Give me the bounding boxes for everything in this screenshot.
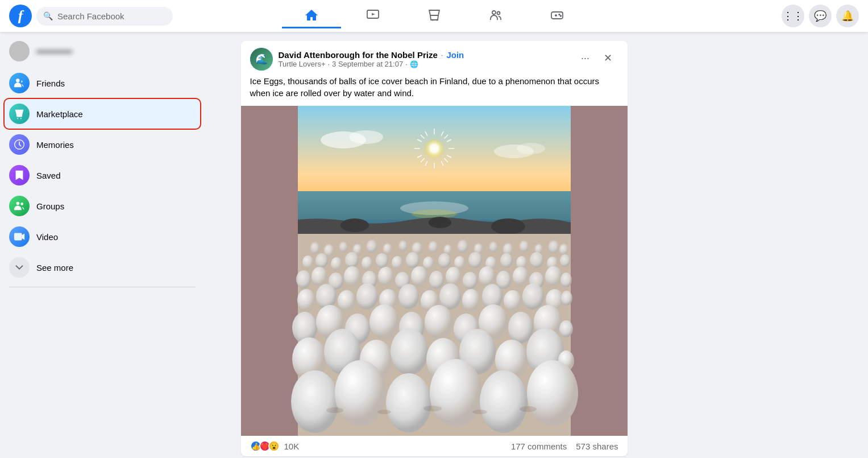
post-subtitle: Turtle Lovers+ · 3 September at 21:07 · …	[279, 60, 464, 68]
sidebar-item-memories[interactable]: Memories	[5, 130, 200, 159]
svg-point-55	[367, 240, 377, 253]
search-placeholder-text: Search Facebook	[57, 11, 124, 21]
svg-point-73	[362, 257, 373, 270]
svg-point-13	[20, 118, 22, 119]
svg-point-15	[16, 202, 20, 205]
svg-point-10	[560, 15, 561, 16]
notifications-icon-btn[interactable]: 🔔	[836, 5, 859, 27]
sidebar-label-video: Video	[36, 232, 58, 242]
left-sidebar: •••••••••••• Friends	[0, 32, 205, 458]
svg-point-128	[559, 320, 573, 337]
svg-point-71	[331, 257, 342, 271]
svg-point-49	[491, 218, 525, 234]
groups-icon	[9, 196, 30, 216]
nav-left: f 🔍 Search Facebook	[9, 5, 214, 27]
post-menu-button[interactable]: ···	[575, 48, 596, 68]
svg-point-77	[423, 257, 434, 270]
profile-name: ••••••••••••	[36, 47, 72, 56]
tab-home[interactable]	[282, 4, 341, 28]
svg-point-4	[492, 11, 496, 14]
subtitle-dot2: ·	[405, 60, 408, 68]
post-join-link[interactable]: Join	[446, 50, 464, 60]
svg-point-148	[520, 406, 537, 412]
svg-point-48	[429, 217, 451, 228]
svg-point-98	[479, 266, 496, 287]
sidebar-label-see-more: See more	[36, 263, 73, 273]
svg-point-138	[291, 370, 339, 433]
facebook-logo[interactable]: f	[9, 5, 32, 27]
svg-point-72	[345, 252, 359, 268]
svg-point-82	[500, 253, 513, 268]
svg-point-90	[344, 266, 361, 287]
svg-point-86	[560, 254, 570, 267]
top-navigation: f 🔍 Search Facebook	[0, 0, 868, 32]
svg-point-59	[429, 241, 438, 253]
svg-point-94	[411, 266, 428, 287]
sidebar-item-marketplace[interactable]: Marketplace	[5, 99, 200, 129]
sidebar-label-memories: Memories	[36, 140, 74, 150]
sidebar-label-saved: Saved	[36, 171, 61, 180]
svg-point-68	[559, 244, 568, 255]
post-close-button[interactable]: ✕	[598, 48, 618, 68]
sidebar-item-groups[interactable]: Groups	[5, 191, 200, 221]
sidebar-label-groups: Groups	[36, 201, 64, 211]
reaction-emojis: 👍 ❤️ 😮	[250, 440, 280, 452]
svg-point-96	[446, 267, 462, 286]
post-reactions: 👍 ❤️ 😮 10K	[250, 440, 300, 452]
menu-icon-btn[interactable]: ⋮⋮	[782, 5, 804, 27]
saved-icon	[9, 165, 30, 185]
post-header-right: ··· ✕	[575, 48, 618, 68]
svg-point-27	[424, 138, 445, 159]
svg-point-92	[378, 267, 394, 286]
post-header: 🌊 David Attenborough for the Nobel Prize…	[241, 41, 628, 75]
post-date: 3 September at 21:07	[332, 60, 403, 68]
svg-point-87	[296, 270, 311, 288]
svg-point-132	[391, 328, 428, 375]
post-text: Ice Eggs, thousands of balls of ice cove…	[241, 75, 628, 106]
nav-right: ⋮⋮ 💬 🔔	[654, 5, 859, 27]
svg-point-88	[312, 267, 327, 286]
tab-gaming[interactable]	[528, 4, 587, 28]
page-layout: •••••••••••• Friends	[0, 0, 868, 458]
svg-point-104	[297, 289, 315, 312]
svg-point-114	[504, 290, 522, 312]
sidebar-label-friends: Friends	[36, 79, 65, 88]
svg-point-106	[338, 290, 356, 312]
svg-point-144	[326, 407, 343, 413]
svg-rect-17	[14, 233, 22, 241]
search-box[interactable]: 🔍 Search Facebook	[36, 7, 173, 26]
svg-point-102	[545, 266, 562, 287]
svg-point-115	[522, 283, 544, 310]
sidebar-label-marketplace: Marketplace	[36, 109, 83, 119]
svg-point-103	[560, 273, 572, 287]
post-subgroup: Turtle Lovers+	[279, 60, 326, 68]
tab-watch[interactable]	[343, 4, 402, 28]
marketplace-icon	[9, 104, 30, 124]
ellipsis-icon: ···	[581, 52, 589, 64]
svg-point-97	[463, 272, 477, 289]
main-feed: 🌊 David Attenborough for the Nobel Prize…	[205, 32, 663, 458]
svg-point-57	[399, 241, 407, 251]
shares-count[interactable]: 573 shares	[576, 442, 618, 451]
sidebar-item-video[interactable]: Video	[5, 222, 200, 251]
post-header-left: 🌊 David Attenborough for the Nobel Prize…	[250, 48, 464, 71]
svg-point-74	[376, 253, 388, 268]
post-avatar: 🌊	[250, 48, 273, 71]
reaction-count: 10K	[284, 442, 300, 451]
svg-point-56	[383, 244, 392, 255]
nav-tabs	[214, 4, 654, 28]
sidebar-item-friends[interactable]: Friends	[5, 68, 200, 98]
post-footer: 👍 ❤️ 😮 10K 177 comments 573 shares	[241, 436, 628, 456]
svg-point-117	[561, 291, 572, 306]
sidebar-item-saved[interactable]: Saved	[5, 160, 200, 190]
tab-marketplace[interactable]	[405, 4, 464, 28]
svg-point-100	[513, 267, 529, 286]
svg-point-26	[517, 143, 545, 154]
tab-groups[interactable]	[466, 4, 525, 28]
sidebar-profile[interactable]: ••••••••••••	[5, 36, 200, 66]
comments-count[interactable]: 177 comments	[511, 442, 567, 451]
svg-point-84	[530, 252, 543, 268]
messenger-icon-btn[interactable]: 💬	[809, 5, 832, 27]
memories-icon	[9, 134, 30, 155]
sidebar-item-see-more[interactable]: See more	[5, 253, 200, 282]
